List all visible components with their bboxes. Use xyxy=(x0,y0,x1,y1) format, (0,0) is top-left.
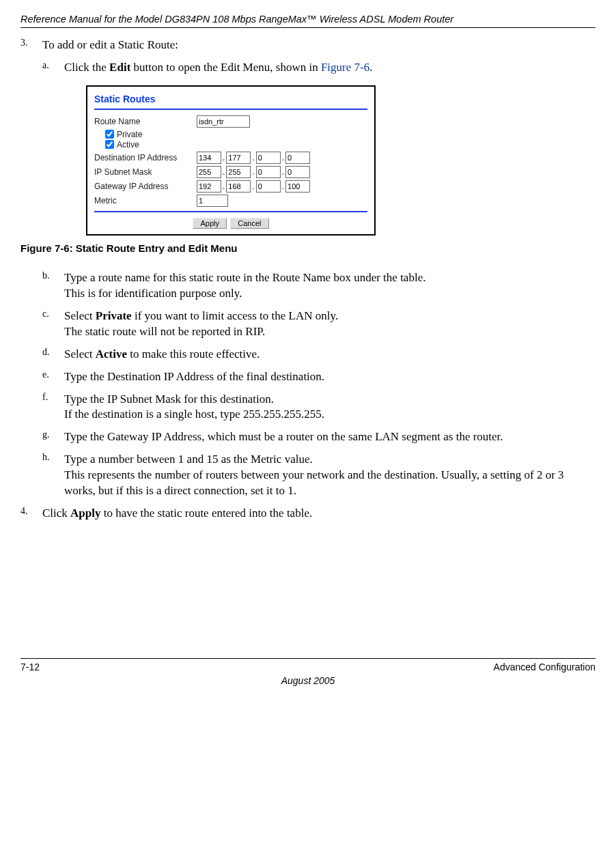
step-3a-marker: a. xyxy=(42,60,64,76)
step-3c-pre: Select xyxy=(64,309,96,322)
step-4-text: Click Apply to have the static route ent… xyxy=(42,506,596,522)
step-3d: d. Select Active to make this route effe… xyxy=(42,347,596,363)
route-name-input[interactable] xyxy=(197,115,250,128)
step-3b-l2: This is for identification purpose only. xyxy=(64,287,242,300)
button-bar: Apply Cancel xyxy=(94,218,367,229)
step-3d-post: to make this route effective. xyxy=(127,347,260,360)
mask-label: IP Subnet Mask xyxy=(94,167,197,177)
dest-ip-2[interactable] xyxy=(226,152,251,164)
route-name-label: Route Name xyxy=(94,117,197,126)
mask-2[interactable] xyxy=(226,166,251,178)
step-3c-marker: c. xyxy=(42,309,64,340)
dest-ip-1[interactable] xyxy=(197,152,221,164)
step-3h-l2: This represents the number of routers be… xyxy=(64,468,564,497)
route-name-row: Route Name xyxy=(94,115,367,128)
step-3c-post: if you want to limit access to the LAN o… xyxy=(132,309,338,322)
step-3g: g. Type the Gateway IP Address, which mu… xyxy=(42,429,596,445)
step-3b-l1: Type a route name for this static route … xyxy=(64,271,425,284)
figure-caption: Figure 7-6: Static Route Entry and Edit … xyxy=(20,242,596,254)
metric-row: Metric xyxy=(94,195,367,207)
mask-row: IP Subnet Mask . . . xyxy=(94,166,367,178)
panel-rule-top xyxy=(94,109,367,110)
top-rule xyxy=(20,27,596,28)
dest-ip-4[interactable] xyxy=(285,152,310,164)
step-3g-text: Type the Gateway IP Address, which must … xyxy=(64,429,596,445)
step-3a-text: Click the Edit button to open the Edit M… xyxy=(64,60,596,76)
footer-date: August 2005 xyxy=(20,675,596,686)
step-3a-mid: button to open the Edit Menu, shown in xyxy=(130,61,321,74)
step-3c: c. Select Private if you want to limit a… xyxy=(42,309,596,340)
active-bold: Active xyxy=(96,347,127,360)
private-label: Private xyxy=(117,130,142,139)
edit-bold: Edit xyxy=(109,61,130,74)
footer: 7-12 Advanced Configuration xyxy=(20,660,596,672)
step-3b-marker: b. xyxy=(42,270,64,302)
apply-bold: Apply xyxy=(70,507,100,520)
figure-7-6: Static Routes Route Name Private Active … xyxy=(86,85,596,236)
step-3c-l2: The static route will not be reported in… xyxy=(64,325,265,338)
step-3-text: To add or edit a Static Route: xyxy=(42,38,596,53)
step-3: 3. To add or edit a Static Route: xyxy=(20,38,596,53)
step-3f-text: Type the IP Subnet Mask for this destina… xyxy=(64,392,596,423)
step-4-post: to have the static route entered into th… xyxy=(101,507,313,520)
bottom-rule xyxy=(20,658,596,659)
step-3d-marker: d. xyxy=(42,347,64,363)
running-header: Reference Manual for the Model DG834PN 1… xyxy=(20,14,596,25)
active-row: Active xyxy=(105,140,367,150)
step-3-marker: 3. xyxy=(20,38,42,53)
page-number: 7-12 xyxy=(20,662,40,672)
step-3h-l1: Type a number between 1 and 15 as the Me… xyxy=(64,453,313,466)
mask-1[interactable] xyxy=(197,166,221,178)
step-4: 4. Click Apply to have the static route … xyxy=(20,506,596,522)
step-3h-marker: h. xyxy=(42,452,64,499)
step-3e: e. Type the Destination IP Address of th… xyxy=(42,369,596,385)
step-3a: a. Click the Edit button to open the Edi… xyxy=(42,60,596,76)
active-label: Active xyxy=(117,140,139,150)
gw-row: Gateway IP Address . . . xyxy=(94,180,367,193)
gw-3[interactable] xyxy=(256,180,281,193)
active-checkbox[interactable] xyxy=(105,140,114,149)
metric-label: Metric xyxy=(94,196,197,205)
private-row: Private xyxy=(105,130,367,139)
dest-ip-label: Destination IP Address xyxy=(94,153,197,162)
cancel-button[interactable]: Cancel xyxy=(230,218,268,229)
step-4-marker: 4. xyxy=(20,506,42,522)
gw-1[interactable] xyxy=(197,180,221,193)
step-3f-marker: f. xyxy=(42,392,64,423)
figure-link[interactable]: Figure 7-6 xyxy=(321,61,369,74)
gw-label: Gateway IP Address xyxy=(94,182,197,191)
step-3h: h. Type a number between 1 and 15 as the… xyxy=(42,452,596,499)
panel-rule-bottom xyxy=(94,211,367,212)
step-3a-post: . xyxy=(369,61,372,74)
private-bold: Private xyxy=(96,309,132,322)
static-routes-panel: Static Routes Route Name Private Active … xyxy=(86,85,376,236)
gw-2[interactable] xyxy=(226,180,251,193)
section-name: Advanced Configuration xyxy=(494,662,596,672)
step-3h-text: Type a number between 1 and 15 as the Me… xyxy=(64,452,596,499)
private-checkbox[interactable] xyxy=(105,130,114,139)
step-3g-marker: g. xyxy=(42,429,64,445)
step-3e-text: Type the Destination IP Address of the f… xyxy=(64,369,596,385)
mask-3[interactable] xyxy=(256,166,281,178)
step-3d-pre: Select xyxy=(64,347,96,360)
step-3f-l1: Type the IP Subnet Mask for this destina… xyxy=(64,393,274,406)
metric-input[interactable] xyxy=(197,195,228,207)
step-3b: b. Type a route name for this static rou… xyxy=(42,270,596,302)
mask-4[interactable] xyxy=(285,166,310,178)
step-3b-text: Type a route name for this static route … xyxy=(64,270,596,302)
panel-title: Static Routes xyxy=(94,94,367,104)
dest-ip-row: Destination IP Address . . . xyxy=(94,152,367,164)
step-3e-marker: e. xyxy=(42,369,64,385)
step-3c-text: Select Private if you want to limit acce… xyxy=(64,309,596,340)
gw-4[interactable] xyxy=(285,180,310,193)
step-3f: f. Type the IP Subnet Mask for this dest… xyxy=(42,392,596,423)
step-3a-pre: Click the xyxy=(64,61,109,74)
step-3d-text: Select Active to make this route effecti… xyxy=(64,347,596,363)
dest-ip-3[interactable] xyxy=(256,152,281,164)
step-3f-l2: If the destination is a single host, typ… xyxy=(64,408,324,421)
step-4-pre: Click xyxy=(42,507,70,520)
apply-button[interactable]: Apply xyxy=(193,218,227,229)
